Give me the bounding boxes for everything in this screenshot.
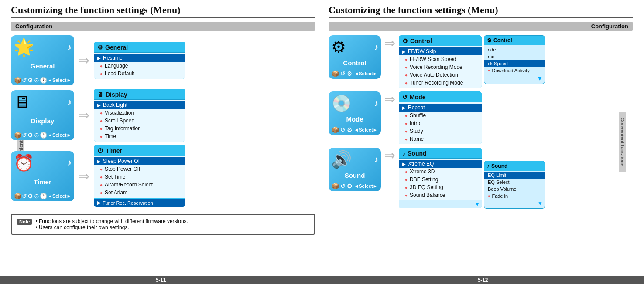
menu-item-tuner-rec-mode[interactable]: ● Tuner Recording Mode: [399, 79, 482, 87]
ext-ctrl-me[interactable]: me: [484, 53, 545, 60]
menu-item-set-arlam[interactable]: ● Set Arlam: [94, 189, 185, 196]
display-select-label[interactable]: ◄Select►: [48, 132, 71, 138]
control-icon: ⚙: [331, 39, 346, 55]
general-icon: 🌟: [14, 39, 34, 55]
left-page-title: Customizing the function settings (Menu): [11, 4, 315, 18]
sound-menu-wrapper: ♪ Sound ▶ Xtreme EQ ● Xtreme 3D: [399, 148, 482, 208]
menu-item-ffrw-skip[interactable]: ▶ FF/RW Skip: [399, 47, 482, 55]
menu-item-voice-auto[interactable]: ● Voice Auto Detection: [399, 71, 482, 79]
menu-item-alram-record[interactable]: ● Alram/Record Select: [94, 181, 185, 189]
voice-rec-bullet: ●: [405, 65, 408, 70]
general-menu-label: General: [105, 44, 128, 51]
general-device-box[interactable]: 🌟 ♪ General 📦 ↺ ⚙ ⊙ 🕐 ◄Select►: [11, 35, 74, 85]
menu-item-repeat[interactable]: ▶ Repeat: [399, 104, 482, 112]
menu-item-study[interactable]: ● Study: [399, 127, 482, 135]
control-ext-panel: ⚙ Control ode me ck Speed: [484, 35, 545, 84]
shuffle-text: Shuffle: [410, 112, 426, 118]
menu-item-scroll-speed[interactable]: ● Scroll Speed: [94, 117, 185, 125]
mode-select-label[interactable]: ◄Select►: [354, 127, 377, 132]
menu-item-time[interactable]: ● Time: [94, 132, 185, 140]
menu-item-3d-eq[interactable]: ● 3D EQ Setting: [399, 183, 482, 191]
timer-select-label[interactable]: ◄Select►: [48, 193, 71, 199]
ext-ctrl-ck-text: ck Speed: [488, 61, 508, 66]
control-menu-items: ▶ FF/RW Skip ● FF/RW Scan Speed ● Voice …: [399, 46, 482, 88]
ffrw-scan-text: FF/RW Scan Speed: [410, 56, 456, 62]
sound-gear-icon: ⚙: [347, 183, 353, 189]
menu-item-backlight[interactable]: ▶ Back Light: [94, 101, 185, 109]
sound-ext-panel: ♪ Sound EQ Limit EQ Select Beep Volum: [484, 161, 545, 209]
general-menu-box: ⚙ General ▶ Resume ● Language ● Load Def…: [94, 42, 185, 79]
sound-device-box[interactable]: 🔊 ♪ Sound 📦 ↺ ⚙ ◄Select►: [329, 148, 381, 191]
general-menu-title: ⚙ General: [94, 42, 185, 53]
repeat-tri: ▶: [402, 105, 406, 110]
menu-item-stop-power-off[interactable]: ● Stop Power Off: [94, 165, 185, 173]
mode-device-box[interactable]: 💿 ♪ Mode 📦 ↺ ⚙ ◄Select►: [329, 91, 381, 135]
menu-item-voice-rec-mode[interactable]: ● Voice Recording Mode: [399, 63, 482, 71]
ext-sound-eq-limit[interactable]: EQ Limit: [484, 172, 545, 179]
timer-menu-label: Timer: [106, 147, 122, 154]
left-sections: 🌟 ♪ General 📦 ↺ ⚙ ⊙ 🕐 ◄Select► ⇒ ⚙ Gener…: [11, 35, 315, 235]
display-menu-icon: 🖥: [97, 91, 103, 98]
menu-item-name[interactable]: ● Name: [399, 135, 482, 143]
backlight-text: Back Light: [103, 102, 127, 108]
control-device-box[interactable]: ⚙ ♪ Control 📦 ↺ ⚙ ◄Select►: [329, 35, 381, 79]
note-box: Note • Functions are subject to change w…: [11, 214, 315, 235]
menu-item-visualization[interactable]: ● Visualization: [94, 109, 185, 117]
tuner-reservation[interactable]: ▶ Tuner Rec. Reservation: [94, 199, 185, 207]
timer-device-box[interactable]: ⏰ ♪ Timer 📦 ↺ ⚙ ⊙ 🕐 ◄Select►: [11, 151, 74, 201]
ffrw-skip-text: FF/RW Skip: [408, 48, 436, 54]
menu-item-resume[interactable]: ▶ Resume: [94, 54, 185, 62]
load-default-text: Load Default: [105, 71, 134, 77]
ctrl-select-label[interactable]: ◄Select►: [354, 71, 377, 76]
display-arrow: ⇒: [79, 108, 89, 123]
general-select-label[interactable]: ◄Select►: [48, 78, 71, 83]
sound-ext-panel-wrapper: ♪ Sound EQ Limit EQ Select Beep Volum: [484, 161, 545, 209]
menu-item-language[interactable]: ● Language: [94, 62, 185, 70]
mode-row: 💿 ♪ Mode 📦 ↺ ⚙ ◄Select► ⇒ ↺ Mode: [329, 91, 633, 144]
ext-ctrl-download[interactable]: ● Download Activity: [484, 67, 545, 74]
sound-top-icons: 🔊 ♪: [331, 151, 378, 168]
study-bullet: ●: [405, 129, 408, 134]
mode-bottom-icons: 📦 ↺ ⚙ ◄Select►: [331, 126, 378, 133]
mode-box-icon: 📦: [332, 126, 339, 133]
visualization-bullet: ●: [100, 111, 103, 115]
ext-sound-eq-select[interactable]: EQ Select: [484, 179, 545, 186]
sleep-power-text: Sleep Power Off: [103, 158, 141, 164]
control-music-icon: ♪: [374, 42, 378, 52]
tuner-rec-bullet: ●: [405, 81, 408, 85]
menu-item-dbe[interactable]: ● DBE Setting: [399, 176, 482, 183]
display-device-box[interactable]: 🖥 ♪ Display 📦 ↺ ⚙ ⊙ 🕐 ◄Select►: [11, 90, 74, 140]
control-ext-title: ⚙ Control: [484, 36, 545, 45]
set-arlam-bullet: ●: [100, 190, 103, 195]
ext-ctrl-ode[interactable]: ode: [484, 46, 545, 53]
sound-ext-icon: ♪: [487, 163, 490, 169]
menu-item-xtreme-eq[interactable]: ▶ Xtreme EQ: [399, 160, 482, 168]
menu-item-tag-information[interactable]: ● Tag Information: [94, 125, 185, 132]
sleep-power-tri: ▶: [97, 159, 101, 164]
timer-music-icon: ♪: [67, 158, 72, 168]
mode-menu-title: ↺ Mode: [399, 91, 482, 102]
ext-sound-fade-in[interactable]: ● Fade in: [484, 193, 545, 199]
right-page: Convenient functions Customizing the fun…: [322, 0, 644, 284]
note-line-2: • Users can configure their own settings…: [35, 224, 188, 230]
menu-item-intro[interactable]: ● Intro: [399, 119, 482, 127]
sound-box-icon: 📦: [332, 183, 339, 189]
ext-ctrl-ck-speed[interactable]: ck Speed: [484, 60, 545, 67]
menu-item-xtreme-3d[interactable]: ● Xtreme 3D: [399, 168, 482, 176]
tag-information-text: Tag Information: [105, 125, 141, 132]
name-text: Name: [410, 136, 424, 142]
menu-item-sleep-power-off[interactable]: ▶ Sleep Power Off: [94, 157, 185, 165]
sound-select-label[interactable]: ◄Select►: [354, 183, 377, 189]
menu-item-load-default[interactable]: ● Load Default: [94, 70, 185, 78]
ctrl-box-icon: 📦: [332, 70, 339, 77]
sound-balance-bullet: ●: [405, 193, 408, 198]
menu-item-shuffle[interactable]: ● Shuffle: [399, 112, 482, 119]
stop-power-text: Stop Power Off: [105, 166, 140, 172]
ext-sound-beep-volume[interactable]: Beep Volume: [484, 186, 545, 193]
menu-item-ffrw-scan[interactable]: ● FF/RW Scan Speed: [399, 55, 482, 63]
timer-menu-box: ⏱ Timer ▶ Sleep Power Off ● Stop Power O…: [94, 145, 185, 207]
menu-item-sound-balance[interactable]: ● Sound Balance: [399, 191, 482, 199]
menu-item-set-time[interactable]: ● Set Time: [94, 173, 185, 181]
control-ext-panel-wrapper: ⚙ Control ode me ck Speed: [484, 35, 545, 84]
ffrw-skip-tri: ▶: [402, 49, 406, 54]
